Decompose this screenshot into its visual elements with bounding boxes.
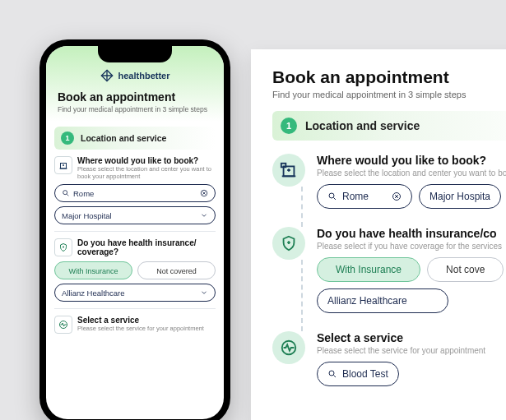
service-block: Select a service Please select the servi…: [272, 331, 506, 386]
toggle-with-insurance[interactable]: With Insurance: [54, 261, 132, 279]
provider-value: Allianz Healthcare: [327, 295, 407, 307]
hospital-icon: [272, 154, 305, 187]
svg-point-9: [329, 371, 334, 376]
phone-screen: healthbetter Book an appointment Find yo…: [46, 46, 224, 419]
step-header: 1 Location and service: [272, 111, 506, 141]
insurance-block: Do you have health insurance/co Please s…: [272, 227, 506, 313]
toggle-with-insurance[interactable]: With Insurance: [317, 257, 420, 282]
location-help: Please select the location and center yo…: [317, 168, 506, 178]
insurance-block: Do you have health insurance/ coverage? …: [54, 238, 216, 302]
city-input[interactable]: Rome: [54, 184, 216, 202]
location-block: Where would you like to book? Please sel…: [272, 154, 506, 209]
service-help: Please select the service for your appoi…: [77, 325, 204, 332]
clear-icon[interactable]: [200, 189, 208, 197]
clear-icon[interactable]: [392, 192, 402, 201]
step-header: 1 Location and service: [54, 127, 216, 150]
divider: [54, 308, 216, 309]
phone-mockup: healthbetter Book an appointment Find yo…: [39, 39, 230, 420]
step-label: Location and service: [305, 119, 420, 132]
location-question: Where would you like to book?: [77, 156, 216, 165]
hospital-select[interactable]: Major Hospita: [419, 184, 501, 209]
provider-select[interactable]: Allianz Healthcare: [317, 288, 448, 313]
brand-name: healthbetter: [118, 71, 170, 81]
step-label: Location and service: [81, 133, 166, 143]
city-input[interactable]: Rome: [317, 184, 412, 209]
page-title: Book an appointment: [58, 90, 212, 104]
city-value: Rome: [342, 191, 369, 202]
search-icon: [327, 192, 337, 201]
svg-rect-5: [281, 164, 286, 168]
brand-logo-icon: [100, 69, 114, 82]
insurance-help: Please select if you have coverage for t…: [317, 242, 506, 251]
toggle-not-covered[interactable]: Not cove: [427, 257, 504, 282]
shield-icon: [54, 238, 72, 256]
hospital-select[interactable]: Major Hospital: [54, 206, 216, 224]
hospital-value: Major Hospita: [429, 191, 490, 202]
chevron-down-icon: [200, 288, 208, 297]
shield-icon: [272, 227, 305, 260]
city-value: Rome: [73, 189, 94, 198]
service-help: Please select the service for your appoi…: [317, 346, 506, 355]
service-block: Select a service Please select the servi…: [54, 316, 216, 334]
search-icon: [327, 369, 337, 379]
service-input[interactable]: Blood Test: [317, 362, 399, 386]
page-title: Book an appointment: [272, 67, 506, 87]
desktop-card: Book an appointment Find your medical ap…: [251, 49, 506, 420]
step-number-badge: 1: [281, 118, 297, 134]
chevron-down-icon: [200, 211, 208, 219]
location-question: Where would you like to book?: [317, 154, 506, 167]
provider-select[interactable]: Allianz Healthcare: [54, 284, 216, 302]
hospital-icon: [54, 156, 72, 174]
insurance-question: Do you have health insurance/co: [317, 227, 506, 240]
service-question: Select a service: [317, 331, 506, 344]
phone-notch: [98, 46, 172, 62]
step-number-badge: 1: [61, 132, 74, 145]
search-icon: [62, 189, 70, 197]
divider: [54, 231, 216, 232]
provider-value: Allianz Healthcare: [62, 288, 125, 298]
svg-point-6: [329, 193, 334, 198]
toggle-not-covered[interactable]: Not covered: [137, 261, 216, 279]
service-question: Select a service: [77, 316, 204, 325]
insurance-question: Do you have health insurance/ coverage?: [77, 238, 216, 256]
page-subtitle: Find your medical appointment in 3 simpl…: [58, 105, 212, 113]
brand: healthbetter: [58, 69, 212, 82]
svg-point-1: [63, 191, 67, 195]
page-subtitle: Find your medical appointment in 3 simpl…: [272, 90, 506, 99]
location-help: Please select the location and center yo…: [77, 165, 216, 180]
service-value: Blood Test: [342, 368, 388, 380]
pulse-icon: [272, 331, 305, 364]
pulse-icon: [54, 316, 72, 334]
hospital-value: Major Hospital: [62, 211, 112, 220]
location-block: Where would you like to book? Please sel…: [54, 156, 216, 224]
